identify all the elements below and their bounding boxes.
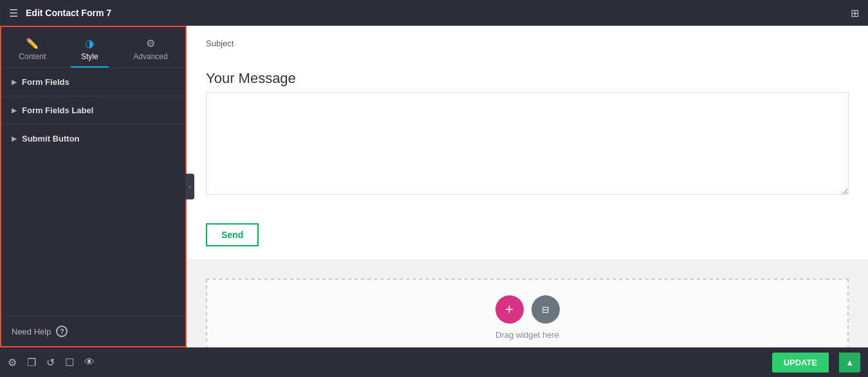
drag-buttons: + ⊟ bbox=[495, 295, 560, 324]
tab-content[interactable]: ✏️ Content bbox=[8, 33, 56, 68]
eye-icon[interactable]: 👁 bbox=[84, 356, 95, 368]
collapse-handle[interactable]: ‹ bbox=[185, 174, 194, 199]
tab-advanced-label: Advanced bbox=[133, 52, 167, 61]
chevron-icon-3: ▶ bbox=[12, 135, 17, 142]
tab-style[interactable]: ◑ Style bbox=[71, 33, 109, 68]
gear-icon: ⚙ bbox=[146, 37, 155, 50]
update-button[interactable]: UPDATE bbox=[772, 353, 829, 372]
tab-style-label: Style bbox=[81, 52, 98, 61]
need-help-label: Need Help bbox=[12, 327, 51, 336]
chevron-icon: ▶ bbox=[12, 78, 17, 86]
top-header: ☰ Edit Contact Form 7 ⊞ bbox=[0, 0, 868, 26]
style-icon: ◑ bbox=[85, 37, 94, 50]
accordion-form-fields-label-header[interactable]: ▶ Form Fields Label bbox=[1, 97, 185, 124]
undo-icon[interactable]: ↺ bbox=[46, 356, 55, 369]
accordion-form-fields-label-text: Form Fields Label bbox=[22, 106, 93, 115]
accordion-sections: ▶ Form Fields ▶ Form Fields Label ▶ Subm… bbox=[1, 68, 185, 316]
tab-advanced[interactable]: ⚙ Advanced bbox=[123, 33, 178, 68]
pencil-icon: ✏️ bbox=[26, 37, 39, 50]
bottom-toolbar: ⚙ ❐ ↺ ☐ 👁 UPDATE ▲ bbox=[0, 347, 868, 377]
message-textarea[interactable] bbox=[206, 92, 849, 195]
responsive-icon[interactable]: ☐ bbox=[65, 356, 74, 369]
canvas-area: Subject Your Message Send + ⊟ Drag widge… bbox=[187, 26, 868, 347]
need-help-section[interactable]: Need Help ? bbox=[1, 316, 185, 346]
layers-icon[interactable]: ❐ bbox=[27, 356, 36, 369]
layout-button[interactable]: ⊟ bbox=[531, 295, 560, 324]
accordion-submit-button-header[interactable]: ▶ Submit Button bbox=[1, 125, 185, 152]
help-icon: ? bbox=[56, 326, 68, 337]
accordion-submit-button-label: Submit Button bbox=[22, 134, 80, 143]
update-dropdown-button[interactable]: ▲ bbox=[839, 353, 860, 372]
send-button[interactable]: Send bbox=[206, 223, 259, 246]
canvas-divider bbox=[187, 259, 868, 272]
sidebar: ✏️ Content ◑ Style ⚙ Advanced ▶ Form Fie… bbox=[0, 26, 187, 347]
accordion-form-fields-label: ▶ Form Fields Label bbox=[1, 96, 185, 124]
drag-widget-label: Drag widget here bbox=[495, 330, 559, 340]
accordion-form-fields-label: Form Fields bbox=[22, 77, 69, 87]
chevron-icon-2: ▶ bbox=[12, 107, 17, 114]
drag-widget-area: + ⊟ Drag widget here bbox=[206, 279, 849, 347]
tab-bar: ✏️ Content ◑ Style ⚙ Advanced bbox=[1, 27, 185, 68]
accordion-form-fields: ▶ Form Fields bbox=[1, 68, 185, 96]
add-widget-button[interactable]: + bbox=[495, 295, 524, 324]
page-title: Edit Contact Form 7 bbox=[26, 8, 111, 18]
settings-icon[interactable]: ⚙ bbox=[8, 356, 17, 369]
accordion-submit-button: ▶ Submit Button bbox=[1, 124, 185, 152]
form-textarea-area: Your Message bbox=[187, 64, 868, 210]
accordion-form-fields-header[interactable]: ▶ Form Fields bbox=[1, 68, 185, 96]
subject-label: Subject bbox=[206, 39, 849, 48]
grid-icon[interactable]: ⊞ bbox=[851, 7, 859, 19]
header-left: ☰ Edit Contact Form 7 bbox=[9, 7, 111, 19]
tab-content-label: Content bbox=[19, 52, 46, 61]
message-placeholder: Your Message bbox=[206, 70, 849, 87]
form-send-area: Send bbox=[187, 210, 868, 259]
form-preview: Subject bbox=[187, 26, 868, 64]
hamburger-icon[interactable]: ☰ bbox=[9, 7, 18, 19]
main-layout: ✏️ Content ◑ Style ⚙ Advanced ▶ Form Fie… bbox=[0, 26, 868, 347]
